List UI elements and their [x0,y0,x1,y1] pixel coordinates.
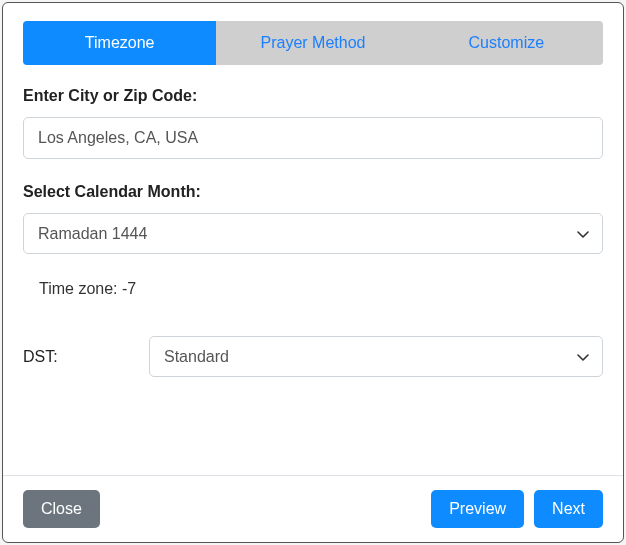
tab-timezone[interactable]: Timezone [23,21,216,65]
city-label: Enter City or Zip Code: [23,87,603,105]
next-button[interactable]: Next [534,490,603,528]
tab-bar: Timezone Prayer Method Customize [23,21,603,65]
dst-select-wrap: Standard [149,336,603,377]
tab-prayer-method[interactable]: Prayer Method [216,21,409,65]
city-input[interactable] [23,117,603,159]
close-button[interactable]: Close [23,490,100,528]
dst-select[interactable]: Standard [149,336,603,377]
dst-row: DST: Standard [23,336,603,377]
settings-modal: Timezone Prayer Method Customize Enter C… [2,2,624,543]
preview-button[interactable]: Preview [431,490,524,528]
timezone-offset-text: Time zone: -7 [23,272,603,298]
dst-label: DST: [23,348,133,366]
footer-right: Preview Next [431,490,603,528]
month-select-wrap: Ramadan 1444 [23,213,603,254]
tab-customize[interactable]: Customize [410,21,603,65]
month-label: Select Calendar Month: [23,183,603,201]
month-select[interactable]: Ramadan 1444 [23,213,603,254]
modal-footer: Close Preview Next [3,475,623,542]
modal-body: Timezone Prayer Method Customize Enter C… [3,3,623,475]
